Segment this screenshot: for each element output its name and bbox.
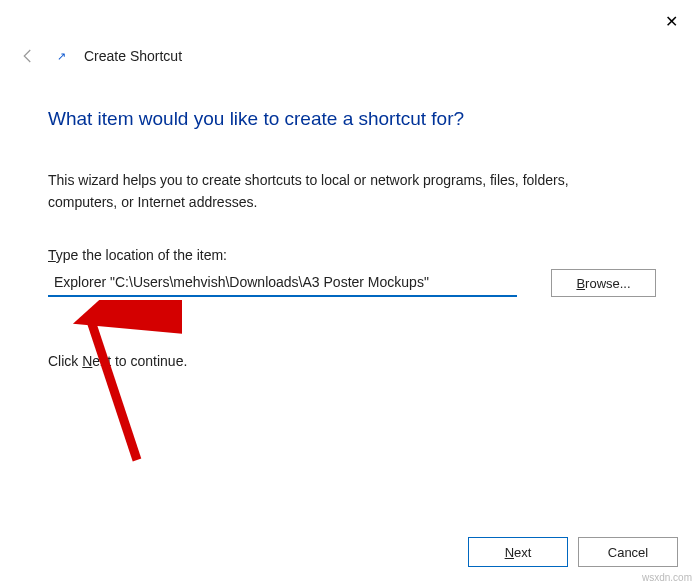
page-heading: What item would you like to create a sho…: [48, 108, 656, 130]
wizard-header: ↗ Create Shortcut: [18, 46, 182, 66]
continue-instruction: Click Next to continue.: [48, 353, 656, 369]
close-button[interactable]: ✕: [657, 8, 686, 35]
watermark: wsxdn.com: [642, 572, 692, 583]
wizard-description: This wizard helps you to create shortcut…: [48, 170, 628, 213]
next-button[interactable]: Next: [468, 537, 568, 567]
location-label: Type the location of the item:: [48, 247, 656, 263]
cancel-button[interactable]: Cancel: [578, 537, 678, 567]
wizard-content: What item would you like to create a sho…: [48, 108, 656, 369]
location-input[interactable]: [48, 269, 517, 297]
location-row: Browse...: [48, 269, 656, 297]
wizard-title: Create Shortcut: [84, 48, 182, 64]
footer-buttons: Next Cancel: [468, 537, 678, 567]
shortcut-icon: ↗: [54, 49, 68, 63]
browse-button[interactable]: Browse...: [551, 269, 656, 297]
back-arrow-icon[interactable]: [18, 46, 38, 66]
